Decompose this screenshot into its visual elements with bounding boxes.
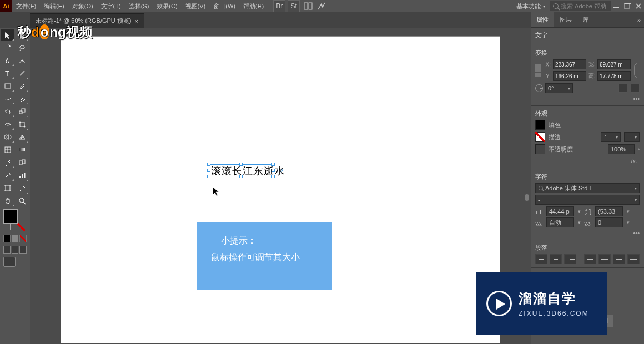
reference-point-picker[interactable] bbox=[535, 64, 541, 77]
height-input[interactable] bbox=[597, 71, 631, 81]
rotate-tool[interactable] bbox=[1, 105, 14, 118]
pen-tool[interactable] bbox=[1, 54, 14, 67]
arrange-documents-icon[interactable] bbox=[302, 0, 314, 12]
menu-view[interactable]: 视图(V) bbox=[182, 2, 210, 11]
gradient-tool[interactable] bbox=[15, 144, 29, 156]
resize-handle-tl[interactable] bbox=[207, 163, 210, 166]
screen-mode-button[interactable] bbox=[3, 257, 16, 267]
leading-input[interactable]: (53.33 bbox=[595, 206, 623, 216]
more-options-icon[interactable]: ••• bbox=[633, 95, 640, 102]
workspace-switcher[interactable]: 基本功能 ▾ bbox=[512, 2, 550, 11]
selection-tool[interactable] bbox=[1, 29, 14, 41]
eraser-tool[interactable] bbox=[15, 93, 29, 105]
stroke-profile-dropdown[interactable]: ▾ bbox=[624, 132, 640, 142]
resize-handle-ml[interactable] bbox=[207, 169, 210, 172]
column-graph-tool[interactable] bbox=[15, 169, 29, 181]
stock-icon[interactable]: St bbox=[288, 0, 300, 12]
artboard[interactable]: 滚滚长江东逝水 小提示： 鼠标操作可调节其大小 bbox=[61, 37, 500, 343]
tab-close-icon[interactable]: × bbox=[135, 18, 138, 24]
color-mode-gradient[interactable] bbox=[12, 235, 19, 242]
line-segment-tool[interactable] bbox=[15, 67, 29, 79]
justify-all-button[interactable] bbox=[627, 254, 640, 264]
menu-select[interactable]: 选择(S) bbox=[125, 2, 153, 11]
color-mode-solid[interactable] bbox=[3, 235, 11, 242]
tab-libraries[interactable]: 库 bbox=[577, 12, 595, 27]
fill-color-swatch[interactable] bbox=[535, 120, 545, 130]
stroke-color-swatch[interactable] bbox=[535, 132, 545, 142]
kerning-input[interactable]: 自动 bbox=[546, 217, 574, 227]
flip-vertical-button[interactable] bbox=[631, 84, 640, 93]
blend-tool[interactable] bbox=[15, 156, 29, 169]
flip-horizontal-button[interactable] bbox=[618, 84, 627, 93]
rotation-input[interactable]: 0°▾ bbox=[545, 83, 573, 93]
window-maximize-button[interactable] bbox=[622, 2, 633, 11]
paintbrush-tool[interactable] bbox=[15, 80, 29, 92]
character-more-icon[interactable]: ••• bbox=[633, 230, 640, 236]
tab-layers[interactable]: 图层 bbox=[554, 12, 577, 27]
bridge-icon[interactable]: Br bbox=[273, 0, 285, 12]
fill-swatch[interactable] bbox=[3, 209, 18, 224]
opacity-input[interactable]: 100% bbox=[608, 144, 635, 154]
mesh-tool[interactable] bbox=[1, 144, 14, 156]
font-style-dropdown[interactable]: -▾ bbox=[535, 195, 640, 205]
tracking-input[interactable]: 0 bbox=[595, 217, 623, 227]
menu-help[interactable]: 帮助(H) bbox=[239, 2, 268, 11]
perspective-grid-tool[interactable] bbox=[15, 131, 29, 143]
align-left-button[interactable] bbox=[535, 254, 547, 264]
free-transform-tool[interactable] bbox=[15, 118, 29, 130]
artboard-tool[interactable] bbox=[1, 182, 14, 194]
stroke-weight-input[interactable]: ⌃▾ bbox=[601, 132, 621, 142]
panel-collapse-icon[interactable]: » bbox=[634, 17, 644, 23]
font-size-stepper[interactable]: ▾ bbox=[575, 209, 583, 214]
shape-builder-tool[interactable] bbox=[1, 131, 14, 143]
draw-behind[interactable] bbox=[12, 246, 19, 254]
hand-tool[interactable] bbox=[1, 195, 14, 207]
window-close-button[interactable] bbox=[633, 2, 644, 11]
leading-stepper[interactable]: ▾ bbox=[624, 209, 632, 214]
help-search[interactable]: 搜索 Adobe 帮助 bbox=[550, 1, 611, 11]
draw-normal[interactable] bbox=[3, 246, 11, 254]
tab-properties[interactable]: 属性 bbox=[531, 12, 554, 27]
shaper-tool[interactable] bbox=[1, 93, 14, 105]
canvas-text-object[interactable]: 滚滚长江东逝水 bbox=[211, 164, 285, 178]
type-tool[interactable]: T bbox=[1, 67, 14, 79]
rectangle-tool[interactable] bbox=[1, 80, 14, 92]
scrollbar-thumb[interactable] bbox=[525, 194, 529, 201]
gpu-perf-icon[interactable] bbox=[315, 0, 328, 12]
justify-center-button[interactable] bbox=[598, 254, 611, 264]
kerning-stepper[interactable]: ▾ bbox=[575, 220, 583, 225]
y-input[interactable] bbox=[553, 71, 586, 81]
opacity-slider-icon[interactable]: › bbox=[638, 146, 640, 152]
menu-type[interactable]: 文字(T) bbox=[97, 2, 125, 11]
x-input[interactable] bbox=[553, 59, 586, 69]
resize-handle-bl[interactable] bbox=[207, 175, 210, 178]
width-input[interactable] bbox=[597, 59, 631, 69]
scale-tool[interactable] bbox=[15, 105, 29, 118]
symbol-sprayer-tool[interactable] bbox=[1, 169, 14, 181]
curvature-tool[interactable] bbox=[15, 54, 29, 67]
canvas-area[interactable]: 滚滚长江东逝水 小提示： 鼠标操作可调节其大小 bbox=[30, 28, 531, 344]
tracking-stepper[interactable]: ▾ bbox=[624, 220, 632, 225]
font-size-input[interactable]: 44.44 p bbox=[546, 206, 574, 216]
lasso-tool[interactable] bbox=[15, 42, 29, 54]
window-minimize-button[interactable] bbox=[611, 2, 622, 11]
justify-right-button[interactable] bbox=[613, 254, 625, 264]
constrain-proportions-icon[interactable] bbox=[634, 62, 640, 79]
zoom-tool[interactable] bbox=[15, 195, 29, 207]
draw-inside[interactable] bbox=[19, 246, 27, 254]
width-tool[interactable] bbox=[1, 118, 14, 130]
menu-effect[interactable]: 效果(C) bbox=[153, 2, 181, 11]
menu-edit[interactable]: 编辑(E) bbox=[40, 2, 68, 11]
justify-left-button[interactable] bbox=[584, 254, 596, 264]
menu-window[interactable]: 窗口(W) bbox=[209, 2, 239, 11]
align-center-button[interactable] bbox=[550, 254, 562, 264]
fx-button[interactable]: fx. bbox=[631, 158, 637, 164]
align-right-button[interactable] bbox=[564, 254, 576, 264]
magic-wand-tool[interactable] bbox=[1, 42, 14, 54]
eyedropper-tool[interactable] bbox=[1, 156, 14, 169]
font-family-dropdown[interactable]: Adobe 宋体 Std L▾ bbox=[535, 183, 640, 193]
menu-file[interactable]: 文件(F) bbox=[12, 2, 40, 11]
slice-tool[interactable] bbox=[15, 182, 29, 194]
menu-object[interactable]: 对象(O) bbox=[68, 2, 97, 11]
color-mode-none[interactable] bbox=[19, 235, 27, 242]
